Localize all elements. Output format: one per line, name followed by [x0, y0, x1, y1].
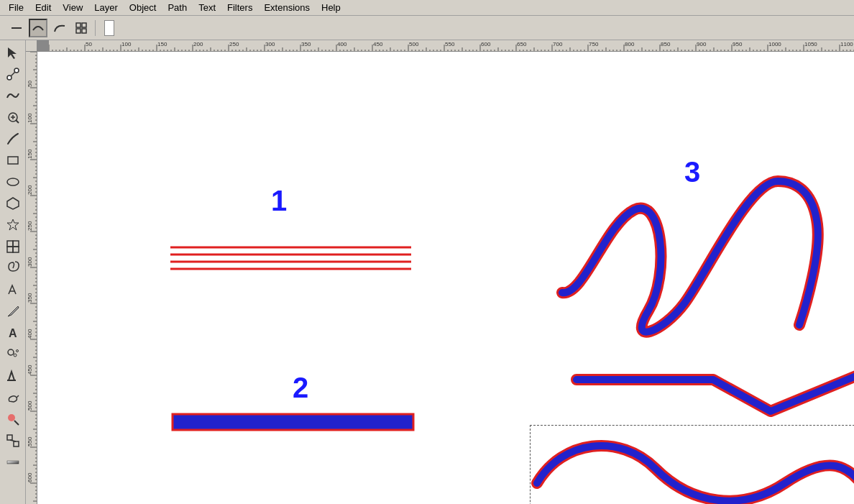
label-2: 2: [293, 372, 308, 404]
polygon-tool[interactable]: [3, 193, 23, 214]
svg-line-29: [14, 421, 19, 425]
freehand-tool[interactable]: [3, 129, 23, 149]
menu-bar: FileEditViewLayerObjectPathTextFiltersEx…: [0, 0, 854, 16]
svg-marker-15: [7, 198, 19, 209]
fill-tool[interactable]: [3, 388, 23, 408]
gradient-tool[interactable]: [3, 452, 23, 472]
canvas-area: 1 2 3: [26, 40, 854, 504]
label-3: 3: [684, 156, 700, 188]
node-tool[interactable]: [3, 64, 23, 84]
toolbar-divider: [95, 20, 96, 36]
bend-icon: [32, 22, 45, 35]
connector-tool[interactable]: [3, 431, 23, 451]
toolbar: [0, 16, 854, 40]
svg-rect-3: [76, 29, 81, 33]
spray-tool[interactable]: [3, 344, 23, 365]
svg-line-27: [17, 395, 19, 398]
ruler-top-canvas: [49, 40, 854, 52]
menu-item-file[interactable]: File: [3, 1, 29, 14]
svg-line-32: [10, 440, 16, 441]
zoom-tool[interactable]: [3, 107, 23, 127]
tweak-tool[interactable]: [3, 86, 23, 106]
svg-point-24: [14, 354, 17, 357]
svg-text:A: A: [9, 327, 17, 339]
straight-icon: [10, 22, 23, 35]
menu-item-view[interactable]: View: [57, 1, 88, 14]
svg-rect-1: [76, 23, 81, 27]
star-tool[interactable]: [3, 215, 23, 235]
svg-rect-17: [7, 241, 13, 247]
svg-point-28: [8, 414, 15, 421]
shape-dropdown[interactable]: [104, 20, 114, 36]
svg-point-14: [7, 178, 19, 185]
grid-icon: [75, 22, 88, 35]
arc-icon: [53, 22, 66, 35]
svg-rect-31: [14, 441, 19, 446]
svg-marker-5: [8, 47, 17, 59]
menu-item-extensions[interactable]: Extensions: [258, 1, 316, 14]
mode-btn-grid[interactable]: [72, 19, 91, 37]
svg-rect-38: [173, 414, 413, 430]
main-area: A: [0, 40, 854, 504]
mode-btn-bend[interactable]: [29, 19, 47, 37]
canvas-wrapper: 1 2 3: [26, 52, 854, 504]
svg-point-23: [8, 349, 14, 355]
svg-line-8: [11, 72, 15, 76]
ellipse-tool[interactable]: [3, 172, 23, 192]
menu-item-layer[interactable]: Layer: [88, 1, 124, 14]
menu-item-path[interactable]: Path: [162, 1, 193, 14]
svg-rect-4: [82, 29, 86, 33]
spiral-tool[interactable]: [3, 258, 23, 278]
dropper-tool[interactable]: [3, 409, 23, 429]
toolbox: A: [0, 40, 26, 504]
eraser-tool[interactable]: [3, 366, 23, 386]
mode-btn-arc[interactable]: [50, 19, 69, 37]
svg-rect-19: [7, 247, 13, 252]
svg-rect-2: [82, 23, 86, 27]
svg-rect-33: [7, 461, 19, 464]
svg-line-10: [16, 120, 19, 123]
ruler-top: [49, 40, 854, 52]
menu-item-object[interactable]: Object: [124, 1, 162, 14]
mode-btn-straight[interactable]: [7, 19, 26, 37]
svg-point-25: [16, 350, 18, 352]
rect-tool[interactable]: [3, 150, 23, 170]
ruler-side: [26, 52, 37, 504]
menu-item-help[interactable]: Help: [316, 1, 346, 14]
svg-rect-13: [8, 157, 18, 164]
drawing-canvas[interactable]: 1 2 3: [37, 52, 854, 504]
svg-rect-18: [13, 241, 19, 247]
svg-rect-20: [13, 247, 19, 252]
pencil-tool[interactable]: [3, 280, 23, 300]
menu-item-text[interactable]: Text: [193, 1, 221, 14]
ruler-side-canvas: [26, 52, 37, 504]
3d-box-tool[interactable]: [3, 237, 23, 257]
ruler-corner: [26, 40, 37, 52]
main-svg: [37, 52, 854, 504]
menu-item-edit[interactable]: Edit: [29, 1, 57, 14]
text-tool[interactable]: A: [3, 323, 23, 343]
svg-marker-16: [7, 219, 19, 230]
pen-tool[interactable]: [3, 301, 23, 321]
select-tool[interactable]: [3, 42, 23, 63]
menu-item-filters[interactable]: Filters: [221, 1, 258, 14]
label-1: 1: [271, 185, 287, 217]
svg-rect-30: [7, 435, 12, 440]
